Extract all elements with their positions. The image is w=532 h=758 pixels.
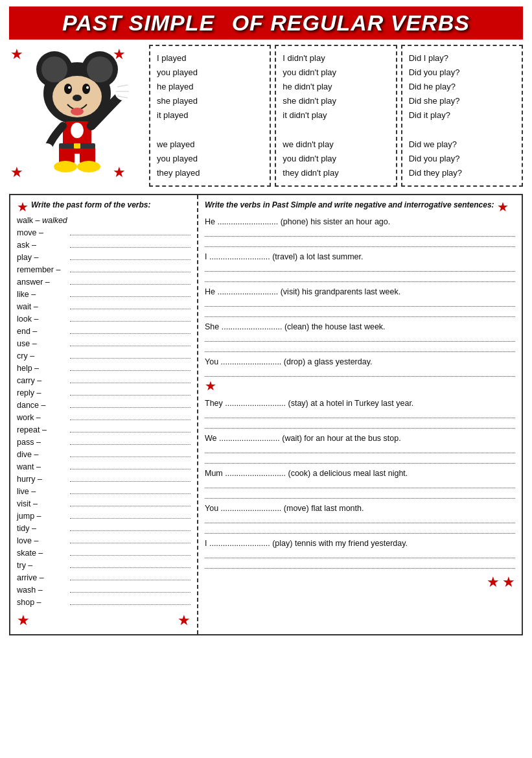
svg-point-19	[77, 161, 100, 172]
write-line-7a[interactable]	[205, 444, 515, 453]
write-line-4a[interactable]	[205, 333, 515, 342]
sentence-7: We ........................... (wait) fo…	[205, 434, 515, 443]
verb-skate-line[interactable]	[70, 547, 191, 556]
sentence-6: They ........................... (stay) …	[205, 399, 515, 408]
sentence-4: She ........................... (clean) …	[205, 322, 515, 331]
write-line-7b[interactable]	[205, 455, 515, 464]
verb-row-dive: dive –	[17, 448, 191, 459]
write-line-1a[interactable]	[205, 228, 515, 237]
write-line-10a[interactable]	[205, 549, 515, 558]
verb-arrive-line[interactable]	[70, 571, 191, 580]
verb-row-tidy: tidy –	[17, 522, 191, 533]
exercise-row-3: He ........................... (visit) h…	[205, 287, 515, 317]
verb-cry-label: cry –	[17, 351, 69, 361]
verb-repeat-line[interactable]	[70, 423, 191, 432]
verb-visit-line[interactable]	[70, 497, 191, 506]
verb-row-play: play –	[17, 251, 191, 262]
verb-row-shop: shop –	[17, 596, 191, 607]
write-line-9b[interactable]	[205, 525, 515, 534]
mickey-area: ★ ★	[9, 45, 145, 187]
verb-jump-label: jump –	[17, 512, 69, 521]
verb-row-wash: wash –	[17, 584, 191, 595]
exercise-row-2: I ........................... (travel) a…	[205, 252, 515, 282]
verb-remember-line[interactable]	[70, 263, 191, 272]
verb-hurry-line[interactable]	[70, 473, 191, 482]
title-bar: PAST SIMPLE OF REGULAR VERBS	[9, 6, 523, 40]
svg-point-9	[71, 108, 84, 115]
verb-try-label: try –	[17, 561, 69, 570]
verb-use-label: use –	[17, 339, 69, 348]
verb-move-label: move –	[17, 228, 69, 237]
aff-line-2: you played	[157, 65, 263, 80]
verb-wash-line[interactable]	[70, 584, 191, 593]
write-line-2b[interactable]	[205, 273, 515, 282]
neg-line-9: they didn't play	[283, 166, 389, 180]
write-line-1b[interactable]	[205, 238, 515, 247]
verb-move-line[interactable]	[70, 226, 191, 235]
verb-carry-line[interactable]	[70, 374, 191, 383]
write-line-2a[interactable]	[205, 263, 515, 272]
write-line-8b[interactable]	[205, 490, 515, 499]
verb-cry-line[interactable]	[70, 349, 191, 359]
sentence-3: He ........................... (visit) h…	[205, 287, 515, 296]
verb-walk-label: walk – walked	[17, 216, 69, 225]
verb-try-line[interactable]	[70, 559, 191, 568]
write-line-8a[interactable]	[205, 479, 515, 488]
verb-dive-line[interactable]	[70, 448, 191, 457]
verb-row-arrive: arrive –	[17, 571, 191, 582]
verb-pass-line[interactable]	[70, 436, 191, 445]
verb-row-work: work –	[17, 411, 191, 422]
negative-box: I didn't play you didn't play he didn't …	[275, 45, 397, 187]
verb-want-line[interactable]	[70, 460, 191, 469]
bottom-stars-left: ★ ★	[17, 612, 191, 629]
verb-row-look: look –	[17, 313, 191, 324]
verb-help-label: help –	[17, 364, 69, 373]
neg-line-7: we didn't play	[283, 137, 389, 152]
verb-live-line[interactable]	[70, 485, 191, 494]
verb-dive-label: dive –	[17, 450, 69, 459]
verb-like-line[interactable]	[70, 288, 191, 297]
write-line-5a[interactable]	[205, 368, 515, 377]
write-line-3a[interactable]	[205, 298, 515, 307]
write-line-10b[interactable]	[205, 560, 515, 569]
write-line-6b[interactable]	[205, 420, 515, 429]
exercise-row-7: We ........................... (wait) fo…	[205, 434, 515, 464]
verb-wait-line[interactable]	[70, 300, 191, 309]
verb-row-visit: visit –	[17, 497, 191, 508]
aff-line-9: they played	[157, 166, 263, 180]
write-line-4b[interactable]	[205, 343, 515, 352]
neg-line-4: she didn't play	[283, 94, 389, 108]
verb-ask-line[interactable]	[70, 239, 191, 248]
interrogative-box: Did I play? Did you play? Did he play? D…	[401, 45, 523, 187]
write-line-3b[interactable]	[205, 308, 515, 317]
write-line-6a[interactable]	[205, 409, 515, 418]
svg-point-24	[40, 143, 54, 158]
verb-row-wait: wait –	[17, 300, 191, 311]
verb-jump-line[interactable]	[70, 510, 191, 519]
verb-reply-line[interactable]	[70, 386, 191, 396]
verb-answer-label: answer –	[17, 278, 69, 287]
int-line-1: Did I play?	[409, 51, 515, 65]
exercise-row-10: I ........................... (play) ten…	[205, 539, 515, 569]
verb-end-line[interactable]	[70, 325, 191, 334]
int-line-7: Did we play?	[409, 137, 515, 152]
int-line-6	[409, 123, 515, 137]
verb-row-hurry: hurry –	[17, 473, 191, 484]
write-line-9a[interactable]	[205, 514, 515, 523]
verb-tidy-line[interactable]	[70, 522, 191, 531]
verb-love-line[interactable]	[70, 534, 191, 543]
verb-use-line[interactable]	[70, 337, 191, 346]
verb-work-line[interactable]	[70, 411, 191, 420]
verb-wash-label: wash –	[17, 586, 69, 595]
verb-arrive-label: arrive –	[17, 573, 69, 582]
verb-row-repeat: repeat –	[17, 423, 191, 434]
verb-answer-line[interactable]	[70, 276, 191, 285]
star-bottom-right: ★	[113, 164, 126, 181]
verb-play-line[interactable]	[70, 251, 191, 260]
verb-help-line[interactable]	[70, 362, 191, 371]
verb-shop-line[interactable]	[70, 596, 191, 605]
sentence-1: He ........................... (phone) h…	[205, 217, 515, 226]
verb-dance-line[interactable]	[70, 399, 191, 408]
verb-row-use: use –	[17, 337, 191, 348]
verb-look-line[interactable]	[70, 313, 191, 322]
